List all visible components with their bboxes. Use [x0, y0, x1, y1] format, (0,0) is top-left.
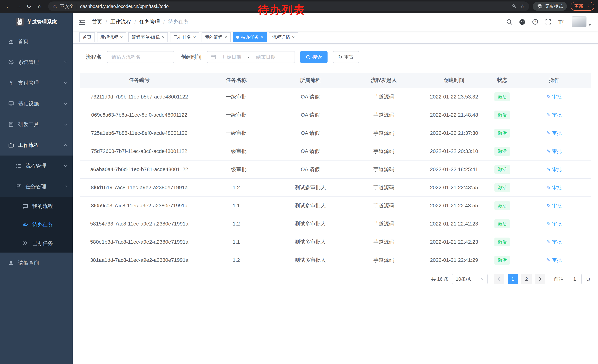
cell-initiator: 芋道源码: [347, 88, 421, 106]
approve-button[interactable]: ✎审批: [547, 184, 562, 191]
status-badge: 激活: [494, 165, 510, 174]
close-icon[interactable]: ×: [120, 35, 123, 40]
incognito-label: 无痕模式: [545, 3, 563, 9]
reset-button[interactable]: ↻ 重置: [333, 51, 359, 63]
cell-task-name: 1.2: [199, 215, 274, 233]
table-row: 580e1b3d-7ac8-11ec-a9e2-a2380e71991a 1.1…: [80, 233, 590, 251]
fullscreen-icon[interactable]: [542, 16, 554, 28]
approve-button[interactable]: ✎审批: [547, 257, 562, 263]
search-icon[interactable]: [503, 16, 515, 28]
approve-button[interactable]: ✎审批: [547, 166, 562, 173]
sidebar: 芋道管理系统 首页 系统管理 ¥ 支付管理 基础设施: [0, 13, 73, 364]
incognito-badge: 无痕模式: [533, 2, 567, 11]
help-icon[interactable]: ?: [529, 16, 541, 28]
process-name-input[interactable]: [107, 51, 174, 63]
cell-initiator: 芋道源码: [347, 106, 421, 124]
app-logo-row[interactable]: 芋道管理系统: [0, 13, 73, 31]
cell-status: 激活: [487, 178, 518, 197]
sidebar-item-devtools[interactable]: 研发工具: [0, 114, 73, 135]
approve-button[interactable]: ✎审批: [547, 239, 562, 245]
sidebar-collapse-button[interactable]: [79, 18, 88, 25]
cell-task-name: 1.2: [199, 178, 274, 197]
chevron-down-icon: [588, 24, 591, 26]
approve-button[interactable]: ✎审批: [547, 221, 562, 227]
sidebar-item-payment[interactable]: ¥ 支付管理: [0, 73, 73, 93]
browser-reload-button[interactable]: ⟳: [25, 1, 34, 11]
cell-status: 激活: [487, 251, 518, 269]
start-date-input[interactable]: [217, 54, 246, 60]
prev-page-button[interactable]: [494, 274, 504, 284]
approve-button[interactable]: ✎审批: [547, 148, 562, 155]
cell-task-name: 一级审批: [199, 142, 274, 160]
breadcrumb-home[interactable]: 首页: [92, 18, 102, 25]
cell-status: 激活: [487, 124, 518, 142]
sidebar-item-infrastructure[interactable]: 基础设施: [0, 93, 73, 114]
cell-task-name: 1.1: [199, 197, 274, 215]
cell-created: 2022-01-21 22:43:55: [421, 178, 487, 197]
cell-process: 测试多审批人: [274, 215, 346, 233]
sidebar-item-task-management[interactable]: 任务管理: [0, 176, 73, 197]
edit-icon: ✎: [547, 185, 551, 191]
end-date-input[interactable]: [252, 54, 280, 60]
date-range-picker[interactable]: -: [207, 51, 295, 63]
sidebar-item-label: 工作流程: [18, 142, 39, 149]
goto-page-input[interactable]: [568, 274, 582, 284]
cell-status: 激活: [487, 106, 518, 124]
page-button-2[interactable]: 2: [521, 274, 532, 284]
tab-todo-tasks[interactable]: 待办任务×: [233, 32, 267, 42]
calendar-icon: [210, 54, 216, 60]
close-icon[interactable]: ×: [292, 35, 295, 40]
approve-button[interactable]: ✎审批: [547, 130, 562, 137]
password-key-icon[interactable]: [512, 4, 517, 9]
tab-my-process[interactable]: 我的流程×: [201, 32, 231, 42]
sidebar-item-leave-query[interactable]: 请假查询: [0, 252, 73, 273]
approve-button[interactable]: ✎审批: [547, 94, 562, 100]
sidebar-item-home[interactable]: 首页: [0, 31, 73, 52]
column-header-task-name: 任务名称: [199, 73, 274, 88]
top-navbar: 首页 / 工作流程 / 任务管理 / 待办任务 ? TT: [73, 13, 598, 31]
browser-home-button[interactable]: ⌂: [35, 1, 44, 11]
chevron-up-icon: [64, 144, 67, 147]
status-badge: 激活: [494, 201, 510, 210]
update-label: 更新: [574, 3, 583, 9]
cell-task-name: 一级审批: [199, 106, 274, 124]
approve-button[interactable]: ✎审批: [547, 112, 562, 118]
browser-update-button[interactable]: 更新 ⋮: [571, 2, 594, 11]
cell-task-name: 一级审批: [199, 160, 274, 178]
sidebar-item-todo-task[interactable]: 待办任务: [0, 216, 73, 234]
close-icon[interactable]: ×: [193, 35, 196, 40]
tab-done-tasks[interactable]: 已办任务×: [170, 32, 199, 42]
cell-action: ✎审批: [518, 142, 590, 160]
tab-process-form-edit[interactable]: 流程表单-编辑×: [128, 32, 168, 42]
sidebar-item-process-management[interactable]: 流程管理: [0, 155, 73, 176]
sidebar-item-label: 基础设施: [18, 100, 39, 107]
bookmark-star-icon[interactable]: ☆: [520, 3, 525, 9]
page-button-1[interactable]: 1: [507, 274, 518, 284]
close-icon[interactable]: ×: [261, 35, 263, 40]
status-badge: 激活: [494, 92, 510, 101]
edit-icon: ✎: [547, 221, 551, 227]
status-badge: 激活: [494, 256, 510, 265]
sidebar-item-done-task[interactable]: 已办任务: [0, 234, 73, 252]
browser-back-button[interactable]: ←: [4, 1, 13, 11]
font-size-icon[interactable]: TT: [555, 16, 567, 28]
approve-button[interactable]: ✎审批: [547, 202, 562, 209]
user-menu[interactable]: [572, 16, 591, 27]
search-button[interactable]: 搜索: [300, 51, 328, 63]
table-row: 381aa1dd-7ac8-11ec-a9e2-a2380e71991a 1.2…: [80, 251, 590, 269]
tab-start-process[interactable]: 发起流程×: [97, 32, 126, 42]
browser-forward-button[interactable]: →: [14, 1, 24, 11]
cell-task-id: 725a1eb6-7b88-11ec-8ef0-acde48001122: [80, 124, 199, 142]
close-icon[interactable]: ×: [162, 35, 165, 40]
sidebar-item-my-process[interactable]: 我的流程: [0, 197, 73, 216]
monitor-icon: [8, 101, 15, 107]
close-icon[interactable]: ×: [224, 35, 227, 40]
next-page-button[interactable]: [535, 274, 545, 284]
sidebar-item-system[interactable]: 系统管理: [0, 52, 73, 73]
page-size-select[interactable]: 10条/页: [452, 274, 488, 284]
browser-menu-icon[interactable]: ⋮: [586, 4, 590, 9]
tab-process-detail[interactable]: 流程详情×: [269, 32, 298, 42]
github-icon[interactable]: [516, 16, 528, 28]
tab-home[interactable]: 首页: [79, 32, 95, 42]
sidebar-item-workflow[interactable]: 工作流程: [0, 135, 73, 155]
